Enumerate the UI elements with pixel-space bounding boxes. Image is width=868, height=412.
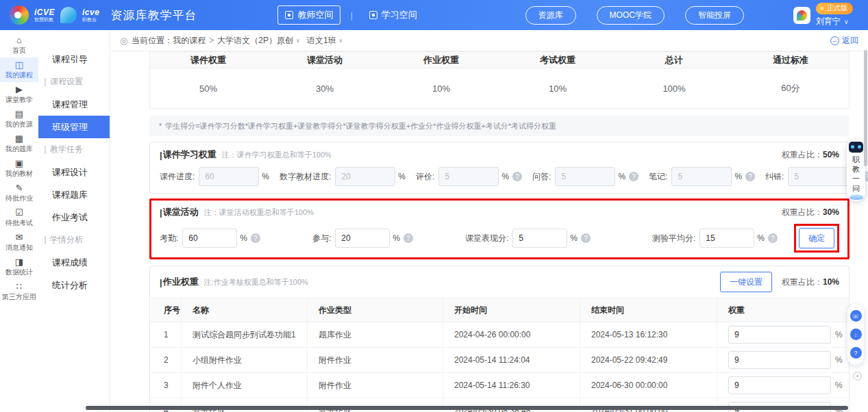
qa-input[interactable] xyxy=(555,167,615,186)
submenu-course-management[interactable]: 课程管理 xyxy=(38,93,110,116)
col-exam-weight: 考试权重 xyxy=(499,54,616,66)
logo2-subtitle: 职教云 xyxy=(82,17,99,23)
help-icon[interactable]: ? xyxy=(404,233,413,243)
download-icon[interactable]: ↓ xyxy=(850,329,862,340)
chart-icon: ◨ xyxy=(15,257,23,266)
version-badge: ★ 正式版 xyxy=(816,3,853,14)
weight-summary-table: 课件权重 课堂活动 作业权重 考试权重 总计 通过标准 50% 30% 10% … xyxy=(149,51,850,109)
nav-learning-space[interactable]: 学习空间 xyxy=(362,6,424,24)
space-nav: 教师空间 | 学习空间 xyxy=(277,5,423,25)
homework-weight-value: 10% xyxy=(383,83,499,94)
help-icon[interactable]: ? xyxy=(850,347,862,359)
score-formula-note: * 学生得分=课件学习分数*课件学习权重+课堂教学得分*课堂教学得分权重+作业分… xyxy=(149,116,850,136)
brand-area: iCVE 智慧职教 icve 职教云 资源库教学平台 xyxy=(10,5,197,25)
notes-input[interactable] xyxy=(671,167,732,186)
rail-item-pending-homework[interactable]: ✎待批作业 xyxy=(0,181,38,205)
mooc-college-button[interactable]: MOOC学院 xyxy=(597,6,665,25)
evaluation-input[interactable] xyxy=(438,167,499,186)
weight-input[interactable] xyxy=(728,351,831,369)
submenu-course-design[interactable]: 课程设计 xyxy=(38,161,110,183)
user-area: ★ 正式版 刘育宁 ∨ xyxy=(793,3,853,27)
help-icon[interactable]: ? xyxy=(581,233,591,243)
activity-panel-note: 注：课堂活动权重总和等于100% xyxy=(204,207,314,218)
submenu-course-question-bank[interactable]: 课程题库 xyxy=(38,183,110,206)
help-icon[interactable]: ? xyxy=(745,172,755,181)
collapse-toolbar-icon[interactable] xyxy=(853,372,862,381)
user-name: 刘育宁 xyxy=(816,16,841,27)
summary-value-row: 50% 30% 10% 10% 100% 60分 xyxy=(150,68,849,108)
class-performance-input[interactable] xyxy=(512,229,567,248)
error-correction-input[interactable] xyxy=(788,167,848,186)
icve-swirl-logo-icon xyxy=(10,5,29,25)
nav-teacher-space[interactable]: 教师空间 xyxy=(277,5,340,25)
homework-name: 登分作业 xyxy=(182,398,308,412)
rail-item-home[interactable]: ⌂首页 xyxy=(0,33,38,57)
pencil-icon: ✎ xyxy=(16,183,23,192)
chevron-down-icon[interactable]: ∨ xyxy=(339,38,343,44)
quiz-average-input[interactable] xyxy=(699,229,754,248)
col-index: 序号 xyxy=(150,298,182,322)
smart-cast-button[interactable]: 智能投屏 xyxy=(685,6,744,25)
rail-item-notifications[interactable]: ✉消息通知 xyxy=(0,230,38,255)
confirm-button[interactable]: 确定 xyxy=(799,228,834,248)
learning-space-icon xyxy=(369,11,377,19)
rail-item-classroom-teaching[interactable]: ▶课堂教学 xyxy=(0,82,38,107)
one-click-setup-button[interactable]: 一键设置 xyxy=(720,272,772,292)
table-row: 3 附件个人作业 附件作业 2024-05-14 11:26:30 2024-0… xyxy=(150,373,849,398)
icve-cloud-logo-icon xyxy=(60,7,77,23)
logo1-title: iCVE xyxy=(34,8,55,17)
submenu-statistical-analysis[interactable]: 统计分析 xyxy=(38,274,110,296)
teacher-space-icon xyxy=(285,11,293,19)
rail-item-statistics[interactable]: ◨数据统计 xyxy=(0,255,38,279)
breadcrumb-class-name[interactable]: 语文1班 xyxy=(307,35,336,47)
customer-service-icon[interactable]: ☏ xyxy=(850,310,862,322)
courseware-progress-input[interactable] xyxy=(199,167,259,186)
help-icon[interactable]: ? xyxy=(629,172,638,181)
participation-input[interactable] xyxy=(335,229,390,248)
weight-input[interactable] xyxy=(728,326,831,344)
back-button[interactable]: ← 返回 xyxy=(830,35,858,47)
resource-library-button[interactable]: 资源库 xyxy=(525,6,576,25)
class-activity-panel: | 课堂活动 注：课堂活动权重总和等于100% 权重占比：30% 考勤:%? 参… xyxy=(149,198,850,259)
breadcrumb-course-name[interactable]: 大学语文（2P）原创 xyxy=(217,35,293,47)
homework-panel-note: 注:作业考核权重总和等于100% xyxy=(204,277,308,287)
rail-item-my-question-bank[interactable]: ▦我的题库 xyxy=(0,131,38,156)
submenu-class-management[interactable]: 班级管理 xyxy=(38,116,110,138)
rail-item-pending-exams[interactable]: ☑待批考试 xyxy=(0,205,38,230)
rail-item-my-resources[interactable]: ▤我的资源 xyxy=(0,107,38,131)
col-end-time: 结束时间 xyxy=(580,298,717,322)
digital-textbook-progress-input[interactable] xyxy=(335,167,395,186)
vertical-scrollbar[interactable] xyxy=(864,50,867,166)
confirm-button-highlight: 确定 xyxy=(794,224,839,253)
rail-item-my-textbooks[interactable]: ▣我的教材 xyxy=(0,156,38,181)
attendance-input[interactable] xyxy=(182,229,237,248)
total-value: 100% xyxy=(616,83,732,94)
chevron-down-icon[interactable]: ∨ xyxy=(296,38,300,44)
avatar-glyph-icon xyxy=(797,10,807,21)
col-class-activity: 课堂活动 xyxy=(266,54,383,66)
breadcrumb: ◎ 当前位置： 我的课程 > 大学语文（2P）原创 ∨ 语文1班 ∨ ← 返回 xyxy=(110,30,868,51)
help-icon[interactable]: ? xyxy=(512,172,522,181)
submenu-course-guide[interactable]: 课程引导 xyxy=(38,48,110,70)
rail-item-third-party-apps[interactable]: ∷第三方应用 xyxy=(0,279,38,304)
courseware-weight-panel: | 课件学习权重 注：课件学习权重总和等于100% 权重占比：50% 课件进度:… xyxy=(149,142,850,194)
submenu-section-teaching-tasks: 教学任务 xyxy=(38,138,110,161)
rail-item-my-courses[interactable]: ◫我的课程 xyxy=(0,57,38,82)
exam-weight-value: 10% xyxy=(499,83,616,94)
help-icon[interactable]: ? xyxy=(251,233,260,243)
textbook-icon: ▣ xyxy=(15,159,23,168)
user-menu[interactable]: 刘育宁 ∨ xyxy=(816,16,849,27)
homework-ratio: 权重占比：10% xyxy=(782,276,839,288)
help-icon[interactable]: ? xyxy=(768,233,778,243)
avatar[interactable] xyxy=(793,7,810,24)
submenu-course-grades[interactable]: 课程成绩 xyxy=(38,251,110,274)
section-bar xyxy=(45,78,46,86)
submenu-homework-exam[interactable]: 作业考试 xyxy=(38,206,110,229)
course-submenu: 课程引导 课程设置 课程管理 班级管理 教学任务 课程设计 课程题库 作业考试 … xyxy=(38,30,110,412)
weight-input[interactable] xyxy=(728,376,831,394)
horizontal-scrollbar[interactable] xyxy=(86,406,848,410)
ai-assistant-widget[interactable]: 职 教 一 问 xyxy=(847,140,865,201)
courseware-panel-note: 注：课件学习权重总和等于100% xyxy=(222,150,332,160)
breadcrumb-my-courses[interactable]: 我的课程 xyxy=(173,35,206,47)
back-arrow-icon: ← xyxy=(830,36,839,45)
